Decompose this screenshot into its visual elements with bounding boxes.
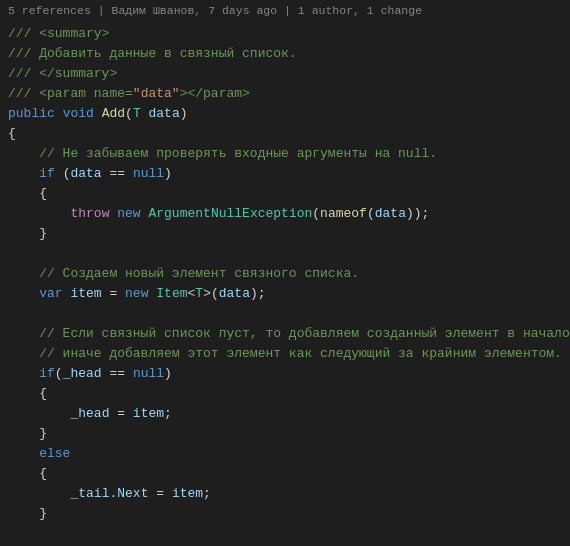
code-line: if (data == null) bbox=[0, 164, 570, 184]
code-line: if(_head == null) bbox=[0, 364, 570, 384]
code-line: var item = new Item<T>(data); bbox=[0, 284, 570, 304]
code-line: } bbox=[0, 504, 570, 524]
code-line: { bbox=[0, 464, 570, 484]
code-line: throw new ArgumentNullException(nameof(d… bbox=[0, 204, 570, 224]
code-line: _head = item; bbox=[0, 404, 570, 424]
code-line: _tail.Next = item; bbox=[0, 484, 570, 504]
code-line: { bbox=[0, 124, 570, 144]
code-line bbox=[0, 524, 570, 544]
code-block: /// <summary>/// Добавить данные в связн… bbox=[0, 22, 570, 546]
code-line: // Не забываем проверять входные аргумен… bbox=[0, 144, 570, 164]
code-line: public void Add(T data) bbox=[0, 104, 570, 124]
code-editor: 5 references | Вадим Шванов, 7 days ago … bbox=[0, 0, 570, 546]
code-line bbox=[0, 244, 570, 264]
code-line: /// </summary> bbox=[0, 64, 570, 84]
code-line: // Создаем новый элемент связного списка… bbox=[0, 264, 570, 284]
code-line: /// <param name="data"></param> bbox=[0, 84, 570, 104]
code-line: // Если связный список пуст, то добавляе… bbox=[0, 324, 570, 344]
code-line: else bbox=[0, 444, 570, 464]
code-line: { bbox=[0, 384, 570, 404]
code-line: } bbox=[0, 424, 570, 444]
code-line: } bbox=[0, 224, 570, 244]
code-line: // иначе добавляем этот элемент как след… bbox=[0, 344, 570, 364]
code-line: /// <summary> bbox=[0, 24, 570, 44]
code-line: /// Добавить данные в связный список. bbox=[0, 44, 570, 64]
code-line: { bbox=[0, 184, 570, 204]
code-line bbox=[0, 304, 570, 324]
meta-bar: 5 references | Вадим Шванов, 7 days ago … bbox=[0, 0, 570, 22]
